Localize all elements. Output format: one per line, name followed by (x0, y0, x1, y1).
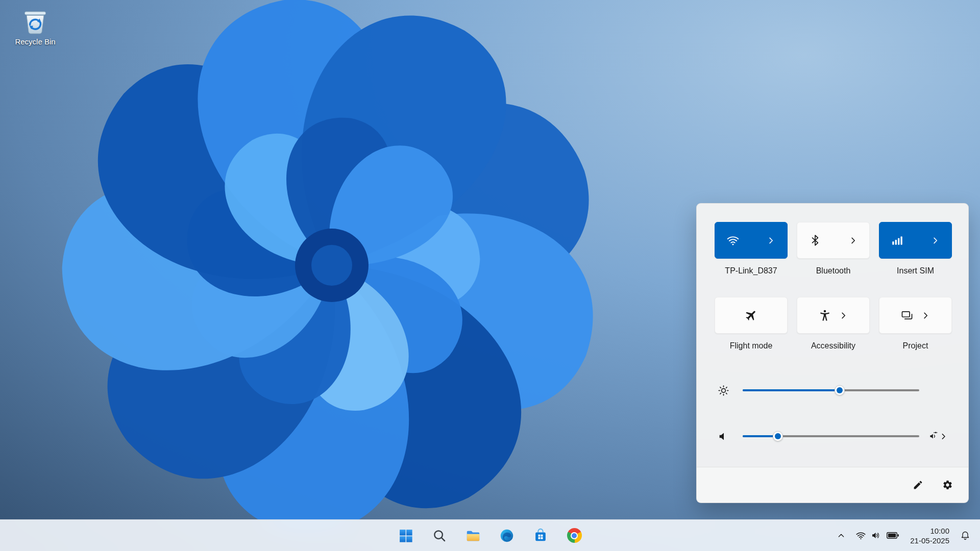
recycle-bin-icon (20, 6, 50, 36)
search-button[interactable] (428, 524, 451, 547)
brightness-slider[interactable] (743, 385, 919, 395)
chrome-icon (567, 528, 582, 543)
battery-icon (886, 530, 900, 541)
tile-label-bluetooth: Bluetooth (816, 266, 851, 276)
tile-label-cellular: Insert SIM (897, 266, 934, 276)
chevron-up-icon (837, 532, 845, 540)
cellular-signal-icon (891, 234, 904, 247)
chevron-right-icon[interactable] (839, 311, 848, 320)
quick-settings-tray-button[interactable] (851, 525, 904, 546)
cellular-toggle-button[interactable] (879, 222, 952, 259)
tray-overflow-button[interactable] (833, 525, 849, 546)
volume-row (717, 424, 948, 448)
settings-button[interactable] (939, 477, 956, 494)
accessibility-button[interactable] (797, 297, 870, 334)
flight-mode-toggle-button[interactable] (715, 297, 788, 334)
chevron-right-icon[interactable] (766, 236, 776, 245)
taskbar-tray: 10:00 21-05-2025 (833, 520, 975, 551)
search-icon (432, 528, 447, 543)
taskbar: 10:00 21-05-2025 (0, 519, 980, 551)
edge-button[interactable] (496, 524, 518, 547)
volume-slider[interactable] (743, 431, 919, 441)
store-icon (533, 528, 548, 543)
bell-icon (960, 531, 970, 541)
bluetooth-icon (808, 234, 822, 247)
project-button[interactable] (879, 297, 952, 334)
tile-label-flight-mode: Flight mode (730, 341, 773, 350)
start-button[interactable] (395, 524, 417, 547)
chrome-button[interactable] (563, 524, 585, 547)
sound-output-button[interactable] (919, 431, 948, 441)
file-explorer-icon (465, 528, 481, 543)
tile-label-wifi: TP-Link_D837 (725, 266, 777, 276)
tray-date: 21-05-2025 (910, 536, 949, 545)
accessibility-icon (818, 309, 831, 322)
clock[interactable]: 10:00 21-05-2025 (906, 524, 953, 547)
quick-settings-footer (697, 467, 968, 503)
chevron-right-icon[interactable] (848, 236, 858, 245)
tile-cell-cellular: Insert SIM (879, 222, 952, 276)
wifi-toggle-button[interactable] (715, 222, 788, 259)
notification-center-button[interactable] (955, 525, 975, 546)
edge-icon (499, 528, 514, 543)
pencil-icon (913, 480, 923, 490)
file-explorer-button[interactable] (462, 524, 484, 547)
tile-label-accessibility: Accessibility (811, 341, 855, 350)
quick-settings-panel: TP-Link_D837 Bluetooth (696, 203, 969, 503)
brightness-row (717, 378, 948, 403)
tile-cell-project: Project (879, 297, 952, 350)
chevron-right-icon[interactable] (930, 236, 940, 245)
windows-start-icon (398, 528, 413, 543)
tile-cell-wifi: TP-Link_D837 (715, 222, 788, 276)
airplane-icon (745, 309, 758, 322)
speaker-icon (717, 430, 730, 443)
edit-quick-settings-button[interactable] (909, 477, 926, 494)
taskbar-center (395, 520, 585, 551)
chevron-right-icon[interactable] (921, 311, 930, 320)
tile-label-project: Project (903, 341, 928, 350)
brightness-slider-thumb[interactable] (835, 385, 845, 395)
volume-slider-thumb[interactable] (773, 431, 783, 441)
tile-cell-bluetooth: Bluetooth (797, 222, 870, 276)
wifi-icon (855, 530, 866, 541)
quick-settings-tiles: TP-Link_D837 Bluetooth (697, 204, 968, 350)
tray-time: 10:00 (930, 526, 949, 536)
recycle-bin-label: Recycle Bin (15, 37, 55, 46)
quick-settings-sliders (697, 378, 968, 448)
sound-output-icon (928, 431, 939, 441)
chevron-right-icon (939, 432, 948, 441)
brightness-sun-icon (717, 384, 730, 397)
wifi-icon (726, 234, 740, 247)
store-button[interactable] (529, 524, 552, 547)
project-icon (900, 309, 914, 322)
tile-cell-flight-mode: Flight mode (715, 297, 788, 350)
gear-icon (942, 480, 953, 490)
bluetooth-toggle-button[interactable] (797, 222, 870, 259)
speaker-icon (871, 530, 881, 541)
desktop: Recycle Bin (0, 0, 980, 551)
recycle-bin[interactable]: Recycle Bin (7, 6, 63, 46)
tile-cell-accessibility: Accessibility (797, 297, 870, 350)
